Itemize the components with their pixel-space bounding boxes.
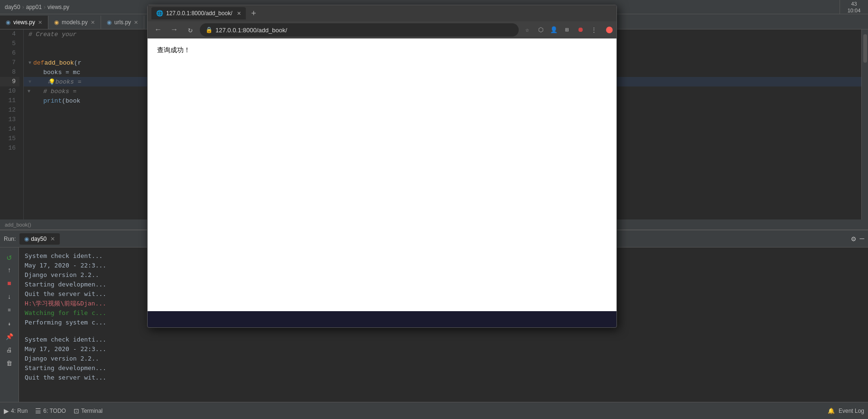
browser-active-tab[interactable]: 🌐 127.0.0.1:8000/add_book/ ✕ (151, 7, 246, 19)
output-line-blank (25, 327, 862, 335)
record-icon[interactable]: ⏺ (575, 24, 586, 36)
new-tab-button[interactable]: + (248, 8, 259, 19)
pin-icon[interactable]: 📌 (4, 331, 15, 343)
line-num-7: 7 (0, 58, 19, 67)
tab-models-py[interactable]: ◉ models.py ✕ (48, 16, 101, 29)
settings-icon[interactable]: ⚙ (851, 234, 856, 244)
stop-icon[interactable]: ■ (4, 278, 15, 289)
tab-views-py[interactable]: ◉ views.py ✕ (0, 16, 48, 29)
back-button[interactable]: ← (151, 23, 165, 37)
print-icon[interactable]: 🖨 (4, 344, 15, 356)
line-num-6: 6 (0, 48, 19, 58)
tab-models-close[interactable]: ✕ (91, 19, 95, 26)
browser-content: 查询成功！ (148, 38, 616, 311)
run-tab-day50[interactable]: ◉ day50 ✕ (19, 233, 60, 245)
browser-nav-icons: ☆ ⬡ 👤 ⊞ ⏺ ⋮ (522, 24, 599, 36)
tab-views-close[interactable]: ✕ (38, 19, 42, 26)
run-tab-icon: ◉ (24, 236, 29, 242)
extensions-icon[interactable]: ⬡ (535, 24, 546, 36)
bookmark-icon[interactable]: ☆ (522, 24, 533, 36)
output-line-13: Quit the server wit... (25, 373, 862, 382)
browser-tab-bar: 🌐 127.0.0.1:8000/add_book/ ✕ + (148, 5, 616, 21)
rerun-icon[interactable]: ↺ (4, 251, 15, 263)
run-status-label: 4: Run (11, 408, 28, 414)
fold-indicator-10[interactable]: ▼ (28, 89, 30, 94)
cast-icon[interactable]: ⊞ (561, 24, 573, 36)
event-log-label[interactable]: Event Log (839, 408, 864, 414)
terminal-icon: ⊡ (74, 407, 79, 415)
line-num-9: 9 (0, 77, 19, 86)
line-num-12: 12 (0, 105, 19, 115)
browser-page-text: 查询成功！ (157, 46, 607, 55)
output-line-10: May 17, 2020 - 22:3... (25, 344, 862, 354)
line-num-16: 16 (0, 143, 19, 153)
line-num-11: 11 (0, 96, 19, 105)
method-breadcrumb-label: add_book() (5, 222, 31, 228)
models-icon: ◉ (54, 19, 59, 26)
run-actions: ↺ ↑ ■ ↓ ≡ ↡ 📌 🖨 🗑 (0, 248, 19, 419)
todo-icon: ☰ (35, 407, 41, 415)
minimize-icon[interactable]: — (859, 235, 864, 243)
line-num-13: 13 (0, 115, 19, 124)
clock-display: 43 10:04 (840, 0, 868, 14)
tab-urls-label: urls.py (114, 19, 131, 26)
breadcrumb-views[interactable]: views.py (47, 4, 69, 10)
scrollbar-thumb[interactable] (863, 34, 867, 63)
notification-icon[interactable]: 🔔 (828, 408, 835, 414)
line-num-10: 10 (0, 86, 19, 96)
line-numbers: 4 5 6 7 8 9 10 11 12 13 14 15 16 (0, 29, 24, 219)
breadcrumb-day50[interactable]: day50 (5, 4, 20, 10)
status-right: 🔔 Event Log (828, 408, 864, 414)
scroll-up-icon[interactable]: ↑ (4, 265, 15, 276)
lightbulb-icon[interactable]: 💡 (48, 78, 56, 86)
browser-window-close[interactable]: ✕ (606, 27, 613, 33)
address-bar[interactable]: 🔒 127.0.0.1:8000/add_book/ (200, 23, 519, 37)
scroll-to-bottom-icon[interactable]: ↡ (4, 318, 15, 329)
views-icon: ◉ (6, 19, 10, 26)
fold-arrow-9[interactable]: ▼ (28, 79, 31, 85)
output-line-9: System check identi... (25, 335, 862, 344)
run-status-item[interactable]: ▶ 4: Run (4, 407, 28, 415)
reload-button[interactable]: ↻ (184, 23, 197, 37)
run-label: Run: (4, 236, 16, 242)
menu-dots-icon[interactable]: ⋮ (588, 24, 599, 36)
profile-icon[interactable]: 👤 (548, 24, 560, 36)
line-num-14: 14 (0, 124, 19, 134)
terminal-status-item[interactable]: ⊡ Terminal (74, 407, 103, 415)
browser-tab-close[interactable]: ✕ (237, 10, 241, 17)
todo-label: 6: TODO (43, 408, 66, 414)
line-num-15: 15 (0, 134, 19, 143)
trash-icon[interactable]: 🗑 (4, 358, 15, 369)
editor-scrollbar[interactable] (861, 29, 868, 219)
run-tab-label: day50 (31, 236, 47, 242)
tab-views-label: views.py (13, 19, 35, 26)
fold-arrow-7[interactable]: ▼ (28, 60, 31, 66)
browser-window: 🌐 127.0.0.1:8000/add_book/ ✕ + ← → ↻ 🔒 1… (147, 5, 617, 328)
output-line-12: Starting developmen... (25, 363, 862, 373)
breadcrumb: day50 › app01 › views.py (5, 4, 69, 10)
breadcrumb-app01[interactable]: app01 (26, 4, 42, 10)
tab-models-label: models.py (62, 19, 88, 26)
tab-urls-close[interactable]: ✕ (134, 19, 138, 26)
todo-status-item[interactable]: ☰ 6: TODO (35, 407, 66, 415)
status-bar: ▶ 4: Run ☰ 6: TODO ⊡ Terminal 🔔 Event Lo… (0, 402, 868, 419)
tab-urls-py[interactable]: ◉ urls.py ✕ (101, 16, 144, 29)
scroll-down-icon[interactable]: ↓ (4, 291, 15, 303)
menu-icon[interactable]: ≡ (4, 305, 15, 316)
browser-nav-bar: ← → ↻ 🔒 127.0.0.1:8000/add_book/ ☆ ⬡ 👤 ⊞… (148, 21, 616, 38)
run-tab-close[interactable]: ✕ (50, 236, 55, 242)
urls-icon: ◉ (107, 19, 112, 26)
play-icon: ▶ (4, 407, 9, 415)
browser-favicon: 🌐 (156, 10, 163, 17)
line-num-4: 4 (0, 29, 19, 39)
url-text[interactable]: 127.0.0.1:8000/add_book/ (215, 27, 287, 34)
browser-tab-label: 127.0.0.1:8000/add_book/ (166, 10, 232, 17)
lock-icon: 🔒 (205, 27, 213, 33)
line-num-5: 5 (0, 39, 19, 48)
output-line-11: Django version 2.2.. (25, 354, 862, 363)
forward-button[interactable]: → (168, 23, 181, 37)
terminal-label: Terminal (81, 408, 103, 414)
line-num-8: 8 (0, 67, 19, 77)
